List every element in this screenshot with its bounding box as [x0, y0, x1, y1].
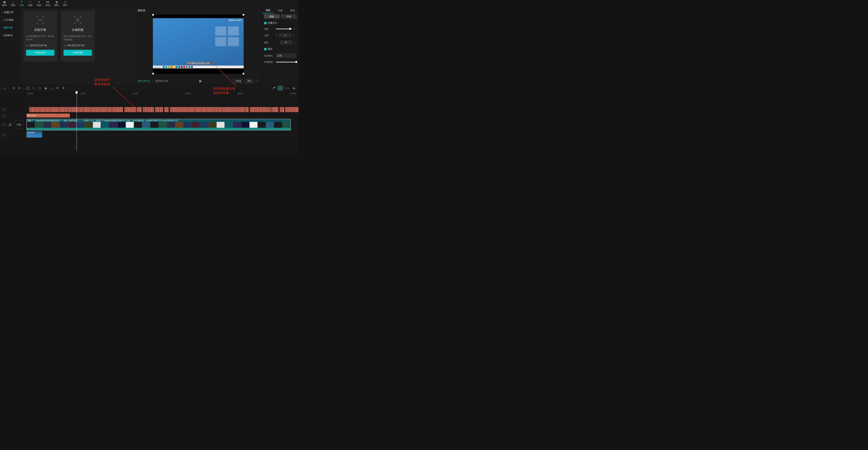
sidebar-item-新建文本[interactable]: 新建文本 — [1, 9, 19, 16]
video-thumbnail — [217, 122, 224, 128]
tool-icon: ⋈ — [46, 1, 49, 3]
video-thumbnail — [274, 122, 282, 128]
audio-track-row: ⊘ 彩虹喵喵 — [0, 131, 299, 139]
sidebar-item-识别歌词[interactable]: 识别歌词 — [1, 32, 19, 39]
timeline-tool-right[interactable]: ⟷ — [284, 85, 290, 91]
text-clip[interactable]: 默认文本 — [26, 114, 70, 117]
sidebar-item-智能字幕[interactable]: 智能字幕 — [1, 25, 19, 31]
video-clip[interactable]: 我惊了！Edge浏览器竟然还能这样用？！很多人都不知道…… - 1.耗时1个月！… — [26, 119, 291, 130]
position-size-section[interactable]: 位置大小 — [264, 21, 296, 25]
timeline-tool[interactable]: □ — [31, 85, 37, 91]
audio-track-icon[interactable]: ⊘ — [2, 133, 6, 137]
video-thumbnail — [52, 122, 59, 128]
audio-clip[interactable]: 彩虹喵喵 — [26, 131, 42, 138]
checkbox-icon — [26, 45, 28, 47]
blend-mode-row: 混合模式 正常 — [264, 54, 296, 58]
timeline-tool-right[interactable]: ⎆ — [277, 85, 283, 91]
tool-转场[interactable]: ⋈转场 — [43, 0, 52, 7]
ruler-tick: | 10:00 — [289, 92, 296, 94]
video-thumbnail — [208, 122, 216, 128]
tool-label: 调节 — [63, 4, 67, 7]
clear-subtitle-checkbox[interactable]: 同时清空已有字幕 — [26, 44, 47, 47]
timeline-tool[interactable]: ⟳ — [17, 85, 22, 91]
oscilloscope-button[interactable]: 示波器 — [233, 79, 243, 83]
resize-handle-icon[interactable] — [243, 73, 244, 75]
card-desc: 输入音视频对应的文稿，自动匹配画面。 — [64, 34, 92, 41]
subtitle-track[interactable] — [25, 106, 299, 113]
stepper-icon[interactable]: ▲▼ — [294, 41, 296, 44]
fullscreen-icon[interactable]: ⛶ — [256, 80, 259, 82]
play-button[interactable]: ▶ — [199, 79, 202, 83]
tool-滤镜[interactable]: ◑滤镜 — [52, 0, 61, 7]
original-resolution-button[interactable]: 原始 — [245, 79, 253, 83]
inspector-subtab-基础[interactable]: 基础 — [264, 14, 280, 19]
video-track-icon[interactable]: ⊡ — [2, 123, 6, 126]
resize-handle-icon[interactable] — [152, 73, 154, 75]
timeline-tool[interactable]: ⧉ — [60, 85, 66, 91]
tool-label: 特效 — [37, 4, 41, 7]
timeline-tool[interactable]: △ — [49, 85, 55, 91]
text-track-icon[interactable]: TI — [2, 108, 6, 111]
playhead[interactable] — [76, 92, 77, 151]
opacity-slider[interactable] — [276, 62, 296, 62]
timeline-tool[interactable]: ▢ — [37, 85, 42, 91]
checkbox-on-icon — [264, 22, 267, 24]
tool-icon: ◑ — [55, 1, 58, 3]
tool-icon: ≡ — [64, 1, 66, 3]
timeline-tool-right[interactable]: 🎤 — [271, 85, 277, 91]
cover-button[interactable]: 封面 — [14, 120, 23, 129]
clear-subtitle-checkbox[interactable]: 同时清空已有字幕 — [64, 44, 85, 47]
tool-特效[interactable]: ✦特效 — [35, 0, 43, 7]
tool-label: 音频 — [11, 4, 15, 7]
subtitle-track-row: TI — [0, 106, 299, 113]
resize-handle-icon[interactable] — [243, 14, 244, 16]
tool-调节[interactable]: ≡调节 — [61, 0, 69, 7]
timeline-tool-right[interactable]: ↹ — [291, 85, 297, 91]
card-title: 识别字幕 — [34, 28, 46, 32]
audio-track[interactable]: 彩虹喵喵 — [25, 131, 299, 139]
scale-row: 缩放 — [264, 27, 296, 30]
match-script-card: 文稿匹配 输入音视频对应的文稿，自动匹配画面。 同时清空已有字幕 开始匹配 — [61, 10, 95, 62]
inspector-tab-音频[interactable]: 音频 — [274, 7, 286, 13]
tool-音频[interactable]: ♪音频 — [9, 0, 18, 7]
tool-贴纸[interactable]: ✧贴纸 — [26, 0, 35, 7]
tool-icon: ▣ — [3, 1, 6, 3]
timeline-tool[interactable]: ⎣⎤ — [25, 85, 31, 91]
start-match-button[interactable]: 开始匹配 — [64, 50, 92, 56]
position-row: 位置 X ▲▼ — [264, 33, 296, 37]
tool-媒体[interactable]: ▣媒体 — [0, 0, 9, 7]
left-sidebar: 新建文本文字模板智能字幕识别歌词 — [0, 7, 21, 85]
card-title: 文稿匹配 — [72, 28, 84, 32]
text-track[interactable]: 默认文本 — [25, 113, 299, 118]
timeline-tool[interactable]: ⟲ — [10, 85, 17, 91]
mute-track-icon[interactable]: 🔊 — [8, 123, 12, 126]
rotate-input[interactable] — [280, 40, 292, 45]
position-x-input[interactable] — [279, 33, 291, 37]
video-thumbnail — [85, 122, 93, 128]
card-desc: 识别音视频中的人声，自动生成字幕。 — [26, 34, 55, 41]
video-thumbnail — [175, 122, 183, 128]
blend-mode-select[interactable]: 正常 — [276, 54, 296, 58]
stepper-icon[interactable]: ▲▼ — [293, 34, 296, 36]
svg-text:A≡: A≡ — [39, 19, 42, 22]
video-thumbnail — [35, 122, 43, 128]
video-track[interactable]: 我惊了！Edge浏览器竟然还能这样用？！很多人都不知道…… - 1.耗时1个月！… — [25, 118, 299, 131]
blend-section[interactable]: 混合 — [264, 47, 296, 51]
resize-handle-icon[interactable] — [152, 14, 154, 16]
timeline-tool[interactable]: ◉ — [42, 85, 49, 91]
inspector-tab-变速[interactable]: 变速 — [286, 7, 299, 13]
left-content: A≡ 识别字幕 识别音视频中的人声，自动生成字幕。 同时清空已有字幕 开始识别 … — [21, 7, 135, 85]
tool-文本[interactable]: T文本 — [18, 0, 26, 7]
timeline-tool[interactable]: ▷ — [2, 85, 8, 91]
start-recognize-button[interactable]: 开始识别 — [26, 50, 55, 56]
inspector-tab-画面[interactable]: 画面 — [262, 7, 274, 13]
video-thumbnail — [183, 122, 191, 128]
inspector-subtab-抠像[interactable]: 抠像 — [281, 14, 297, 19]
current-time: 00:01:56:12 — [138, 80, 150, 82]
scale-slider[interactable] — [276, 29, 296, 29]
sidebar-item-文字模板[interactable]: 文字模板 — [1, 17, 19, 23]
text-track-icon[interactable]: TI — [2, 114, 6, 117]
time-ruler[interactable]: | 00:00| 02:00| 04:00| 06:00| 08:00| 10:… — [25, 92, 299, 96]
preview-canvas[interactable]: 我是阿众 bilibili re to search 对于那些还没有把 a 制 — [153, 15, 244, 74]
timeline-tool[interactable]: ⟳ — [55, 85, 60, 91]
